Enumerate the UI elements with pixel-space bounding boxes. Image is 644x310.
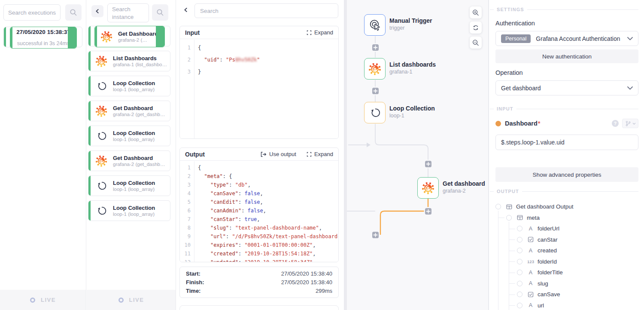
- output-tree-row[interactable]: A 123 meta: [489, 212, 644, 224]
- radio-icon[interactable]: [517, 292, 522, 297]
- step-icon: [100, 30, 113, 43]
- string-type-icon: A: [529, 226, 532, 232]
- step-card[interactable]: Loop Collection loop-1 (loop_array): [88, 200, 170, 221]
- stat-row: Finish: 27/05/2020 15:38:40: [186, 279, 332, 285]
- output-code-viewer[interactable]: 1{2 "meta": {3 "type": "db",4 "canSave":…: [180, 161, 338, 262]
- output-tree-row[interactable]: A 123 created: [489, 245, 644, 256]
- expand-icon: [307, 152, 312, 157]
- add-step-button[interactable]: [372, 88, 379, 94]
- panel-resize-handle[interactable]: [344, 0, 347, 310]
- use-output-button[interactable]: Use output: [261, 151, 296, 157]
- zoom-in-button[interactable]: [470, 6, 482, 18]
- add-step-button[interactable]: [372, 232, 379, 238]
- steps-live-toggle[interactable]: LIVE: [87, 290, 176, 310]
- radio-icon[interactable]: [517, 281, 522, 286]
- operation-label: Operation: [495, 69, 523, 76]
- stat-value: 27/05/2020 15:38:40: [281, 270, 332, 277]
- output-tree-row[interactable]: A 123 folderId: [489, 256, 644, 267]
- show-advanced-properties-button[interactable]: Show advanced properties: [495, 167, 638, 182]
- output-expand-button[interactable]: Expand: [307, 151, 333, 157]
- radio-icon[interactable]: [517, 303, 522, 308]
- input-panel-title: Input: [185, 29, 200, 36]
- executions-search-input[interactable]: [3, 4, 61, 21]
- step-card[interactable]: Get Dashboard grafana-2 (get_dashboard): [88, 101, 170, 121]
- dashboard-value-input[interactable]: [495, 135, 638, 150]
- node-box[interactable]: [364, 102, 386, 123]
- new-authentication-button[interactable]: New authentication: [495, 49, 638, 63]
- node-manual-trigger[interactable]: Manual Trigger trigger: [364, 14, 432, 36]
- stat-label: Start:: [186, 270, 200, 277]
- execution-card[interactable]: 27/05/2020 15:38:37 successful in 3s 24m…: [10, 27, 77, 49]
- step-subtitle: grafana-1 (list_dashboards): [113, 62, 167, 67]
- step-title: Get Dashboard: [113, 155, 167, 161]
- authentication-select[interactable]: Personal Grafana Account Authentication: [495, 31, 638, 46]
- step-card[interactable]: Get Dashboard grafana-2 (get_dashb...: [94, 26, 165, 47]
- object-type-icon: [506, 204, 512, 210]
- refresh-button[interactable]: [470, 21, 482, 34]
- add-step-button[interactable]: [425, 208, 431, 215]
- add-step-button[interactable]: [425, 161, 431, 167]
- grafana-icon: [100, 30, 113, 43]
- mapping-mode-button[interactable]: [622, 119, 638, 128]
- step-card[interactable]: Get Dashboard grafana-2 (get_dashboard): [88, 150, 170, 171]
- code-line: 6 "canAdmin": false,: [180, 206, 338, 215]
- step-card[interactable]: List Dashboards grafana-1 (list_dashboar…: [88, 51, 170, 71]
- output-tree-row[interactable]: A 123 canStar: [489, 234, 644, 246]
- node-box[interactable]: [364, 14, 386, 36]
- node-get-dashboard[interactable]: Get dashboard grafana-2: [417, 177, 485, 199]
- radio-icon[interactable]: [517, 270, 522, 275]
- input-expand-button[interactable]: Expand: [307, 29, 333, 36]
- step-icon: [95, 179, 108, 192]
- add-step-button[interactable]: [372, 44, 379, 51]
- code-line: 2 "meta": {: [180, 172, 338, 181]
- output-tree-row[interactable]: A 123 url: [489, 300, 644, 310]
- executions-search-button[interactable]: [65, 4, 82, 21]
- io-search-input[interactable]: [194, 3, 338, 18]
- expand-icon: [307, 30, 312, 35]
- output-section-header: OUTPUT: [490, 189, 638, 194]
- collapse-panel-button[interactable]: [91, 5, 103, 17]
- loop-icon: [95, 180, 107, 192]
- node-loop-collection[interactable]: Loop Collection loop-1: [364, 102, 435, 123]
- step-card[interactable]: Loop Collection loop-1 (loop_array): [88, 175, 170, 196]
- dashboard-field-label: Dashboard: [505, 120, 538, 127]
- output-panel-title: Output: [185, 151, 205, 158]
- executions-sidebar: 15/05/2020 08:51:05 successful in 1s 711…: [0, 0, 86, 310]
- number-type-icon: 123: [527, 259, 534, 264]
- instance-search-input[interactable]: Search instance: [107, 3, 149, 22]
- workflow-canvas[interactable]: Manual Trigger trigger List dashboards g…: [347, 0, 489, 310]
- input-code-editor[interactable]: 1{2 "uid": "Ps8hv50Zk"3}: [180, 40, 338, 138]
- node-subtitle: loop-1: [389, 113, 435, 119]
- loop-icon: [95, 130, 107, 142]
- output-tree-row[interactable]: A 123 slug: [489, 278, 644, 289]
- radio-icon[interactable]: [517, 226, 522, 231]
- live-label: LIVE: [41, 297, 56, 303]
- radio-icon[interactable]: [506, 215, 512, 221]
- step-card[interactable]: Loop Collection loop-1 (loop_array): [88, 126, 170, 146]
- instance-search-button[interactable]: [152, 4, 168, 21]
- node-box[interactable]: [364, 58, 386, 80]
- radio-icon[interactable]: [495, 204, 501, 209]
- node-box[interactable]: [417, 177, 439, 199]
- grafana-icon: [421, 181, 435, 195]
- output-tree-row[interactable]: A 123 Get dashboard Output: [489, 201, 644, 212]
- collapse-io-button[interactable]: [182, 6, 189, 15]
- help-icon[interactable]: ?: [612, 120, 619, 127]
- output-tree-row[interactable]: A 123 folderUrl: [489, 223, 644, 234]
- field-name: slug: [538, 280, 548, 287]
- radio-icon[interactable]: [517, 248, 522, 253]
- radio-icon[interactable]: [517, 259, 522, 264]
- step-card[interactable]: Loop Collection loop-1 (loop_array): [88, 76, 170, 96]
- zoom-out-button[interactable]: [470, 37, 482, 49]
- radio-icon[interactable]: [517, 237, 522, 242]
- output-tree-row[interactable]: A 123 folderTitle: [489, 267, 644, 278]
- node-list-dashboards[interactable]: List dashboards grafana-1: [364, 58, 436, 80]
- code-line: 3 "type": "db",: [180, 181, 338, 189]
- output-tree-row[interactable]: A 123 canSave: [489, 289, 644, 300]
- step-title: Get Dashboard: [113, 105, 167, 111]
- execution-status: successful in 3s 24ms: [17, 40, 70, 46]
- settings-section-header: SETTINGS: [490, 7, 638, 12]
- executions-live-toggle[interactable]: LIVE: [0, 290, 86, 310]
- operation-select[interactable]: Get dashboard: [495, 80, 638, 95]
- branch-icon: [625, 120, 631, 127]
